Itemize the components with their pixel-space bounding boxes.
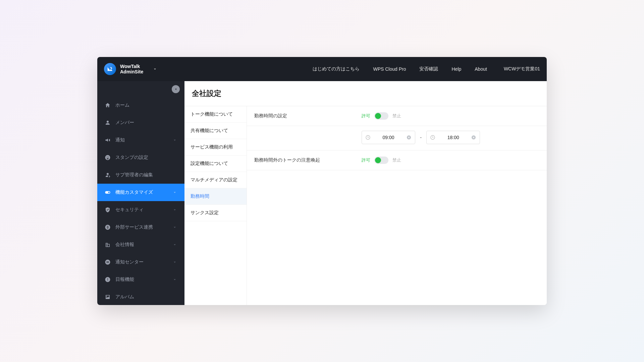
brand-line2: AdminSite	[120, 69, 143, 74]
sub-nav: トーク機能について 共有機能について サービス機能の利用 設定機能について マル…	[184, 106, 247, 305]
smile-icon	[105, 155, 111, 161]
sidebar-item-stamp[interactable]: スタンプの設定	[97, 149, 184, 166]
clear-icon[interactable]	[406, 135, 412, 140]
toggle-icon	[105, 189, 111, 195]
sidebar-item-company[interactable]: 会社情報	[97, 236, 184, 253]
sidebar-item-label: スタンプの設定	[115, 155, 177, 161]
chevron-down-icon	[172, 190, 177, 195]
sidebar-item-notification[interactable]: 通知	[97, 131, 184, 149]
admin-icon	[105, 172, 111, 178]
nav-about[interactable]: About	[475, 66, 487, 72]
image-icon	[105, 294, 111, 300]
content-body: トーク機能について 共有機能について サービス機能の利用 設定機能について マル…	[184, 106, 547, 305]
subnav-service[interactable]: サービス機能の利用	[184, 139, 247, 156]
permit-label: 許可	[362, 113, 370, 119]
content: 全社設定 トーク機能について 共有機能について サービス機能の利用 設定機能につ…	[184, 81, 547, 305]
sidebar-item-label: メンバー	[115, 120, 177, 126]
permit-label: 許可	[362, 157, 370, 163]
megaphone-icon	[105, 137, 111, 143]
brand-line1: WowTalk	[120, 64, 143, 69]
nav-safety[interactable]: 安否確認	[419, 66, 438, 72]
sidebar-item-label: 通知センター	[115, 259, 168, 265]
sidebar-item-album[interactable]: アルバム	[97, 288, 184, 305]
page-title: 全社設定	[184, 81, 547, 106]
setting-label: 勤務時間の設定	[254, 113, 362, 119]
clock-icon	[430, 135, 435, 140]
clear-icon[interactable]	[471, 135, 476, 140]
sidebar-item-security[interactable]: セキュリティ	[97, 201, 184, 219]
sidebar-item-customize[interactable]: 機能カスタマイズ	[97, 184, 184, 201]
setting-controls: 許可 禁止	[362, 157, 401, 164]
setting-label: 勤務時間外のトークの注意喚起	[254, 157, 362, 163]
sidebar-item-label: 機能カスタマイズ	[115, 189, 168, 195]
nav-wps[interactable]: WPS Cloud Pro	[373, 66, 406, 72]
sidebar: ホーム メンバー 通知 スタンプの設定 サブ管理者の編集 機能カスタマイ	[97, 81, 184, 305]
time-start-input[interactable]: 09:00	[362, 131, 415, 144]
setting-controls: 許可 禁止	[362, 112, 401, 120]
report-icon	[105, 277, 111, 283]
building-icon	[105, 242, 111, 248]
chevron-down-icon	[172, 207, 177, 212]
home-icon	[105, 102, 111, 108]
time-end-input[interactable]: 18:00	[426, 131, 480, 144]
subnav-thanks[interactable]: サンクス設定	[184, 205, 247, 221]
clock-icon	[365, 135, 371, 140]
sidebar-item-label: セキュリティ	[115, 207, 168, 213]
sidebar-collapse-button[interactable]	[172, 85, 180, 93]
list-icon	[105, 259, 111, 265]
sidebar-item-external[interactable]: 外部サービス連携	[97, 219, 184, 236]
sidebar-item-home[interactable]: ホーム	[97, 97, 184, 114]
link-icon	[105, 224, 111, 230]
topbar: WowTalk AdminSite はじめての方はこちら WPS Cloud P…	[97, 57, 547, 81]
subnav-multimedia[interactable]: マルチメディアの設定	[184, 172, 247, 188]
setting-row-work-hours: 勤務時間の設定 許可 禁止	[247, 106, 547, 126]
sidebar-item-label: ホーム	[115, 102, 177, 108]
sidebar-item-label: 会社情報	[115, 242, 168, 248]
top-nav: はじめての方はこちら WPS Cloud Pro 安否確認 Help About…	[313, 66, 540, 72]
chevron-down-icon	[172, 225, 177, 230]
subnav-work-hours[interactable]: 勤務時間	[184, 188, 247, 205]
subnav-share[interactable]: 共有機能について	[184, 123, 247, 139]
setting-row-alert: 勤務時間外のトークの注意喚起 許可 禁止	[247, 150, 547, 170]
sidebar-item-label: 日報機能	[115, 277, 168, 283]
forbid-label: 禁止	[392, 113, 401, 119]
app-window: WowTalk AdminSite はじめての方はこちら WPS Cloud P…	[97, 57, 547, 305]
nav-first-time[interactable]: はじめての方はこちら	[313, 66, 360, 72]
chevron-down-icon	[172, 260, 177, 264]
sidebar-item-member[interactable]: メンバー	[97, 114, 184, 131]
body: ホーム メンバー 通知 スタンプの設定 サブ管理者の編集 機能カスタマイ	[97, 81, 547, 305]
toggle-alert[interactable]	[374, 157, 388, 164]
person-icon	[105, 120, 111, 126]
toggle-knob	[375, 113, 381, 119]
sidebar-item-label: アルバム	[115, 294, 177, 300]
time-separator: -	[420, 134, 422, 140]
chevron-down-icon	[172, 277, 177, 282]
sidebar-item-report[interactable]: 日報機能	[97, 271, 184, 288]
subnav-talk[interactable]: トーク機能について	[184, 106, 247, 123]
subnav-settings[interactable]: 設定機能について	[184, 156, 247, 172]
time-end-value: 18:00	[439, 135, 468, 140]
sidebar-item-subadmin[interactable]: サブ管理者の編集	[97, 166, 184, 184]
time-range-row: 09:00 - 18:00	[247, 126, 547, 150]
logo-text: WowTalk AdminSite	[120, 64, 143, 74]
logo-mark-icon	[104, 63, 116, 75]
time-start-value: 09:00	[374, 135, 403, 140]
settings-panel: 勤務時間の設定 許可 禁止 09:00	[247, 106, 547, 305]
toggle-work-hours[interactable]	[374, 112, 388, 120]
logo[interactable]: WowTalk AdminSite	[104, 63, 157, 75]
sidebar-item-label: サブ管理者の編集	[115, 172, 177, 178]
toggle-knob	[375, 157, 381, 163]
chevron-down-icon	[172, 242, 177, 247]
nav-tenant[interactable]: WCWデモ営業01	[504, 66, 540, 72]
forbid-label: 禁止	[392, 157, 401, 163]
nav-help[interactable]: Help	[451, 66, 461, 72]
brand-dropdown-icon[interactable]	[153, 67, 157, 71]
chevron-down-icon	[172, 138, 177, 142]
sidebar-item-notif-center[interactable]: 通知センター	[97, 253, 184, 271]
shield-icon	[105, 207, 111, 213]
sidebar-item-label: 外部サービス連携	[115, 224, 168, 230]
sidebar-item-label: 通知	[115, 137, 168, 143]
